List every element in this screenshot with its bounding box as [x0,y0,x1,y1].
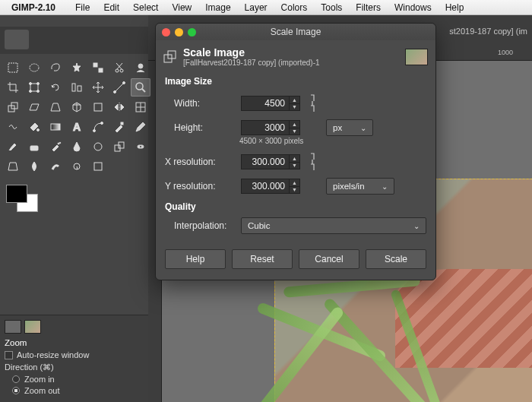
tool-ink[interactable] [67,138,87,156]
tool-paintbrush[interactable] [3,138,23,156]
tool-fuzzy-select[interactable] [67,59,87,77]
spinner-down-icon[interactable]: ▼ [290,187,299,194]
tool-options-tabs[interactable] [5,318,144,335]
tool-paths[interactable] [88,118,108,136]
menu-image[interactable]: Image [198,2,237,13]
chevron-down-icon: ⌄ [382,182,388,191]
width-spinner[interactable]: ▲▼ [290,96,300,111]
tool-foreground-select[interactable] [131,59,150,77]
yres-spinner[interactable]: ▲▼ [290,179,300,194]
menubar-app-name: GIMP-2.10 [5,2,62,13]
image-thumbnail [405,49,428,65]
yres-input[interactable] [241,179,290,194]
width-input[interactable] [241,96,290,111]
spinner-up-icon[interactable]: ▲ [290,121,299,128]
menu-windows[interactable]: Windows [388,2,439,13]
tool-perspective-clone[interactable] [3,157,23,176]
tool-by-color-select[interactable] [88,59,108,77]
tool-move[interactable] [88,78,108,97]
tool-handle-transform[interactable] [88,98,108,116]
interpolation-dropdown[interactable]: Cubic ⌄ [241,217,426,234]
tool-eraser[interactable] [24,138,44,156]
svg-point-9 [37,83,40,85]
workspace: st2019-187 copy] (im 1000 [0,15,532,402]
menu-edit[interactable]: Edit [97,2,126,13]
tool-airbrush[interactable] [46,138,65,156]
tool-3d-transform[interactable] [67,98,87,116]
tool-perspective[interactable] [46,98,65,116]
menu-view[interactable]: View [165,2,198,13]
tool-rotate[interactable] [46,78,65,97]
dialog-titlebar[interactable]: Scale Image [156,24,435,40]
auto-resize-checkbox[interactable]: Auto-resize window [5,350,144,359]
spinner-up-icon[interactable]: ▲ [290,179,299,187]
menu-help[interactable]: Help [439,2,471,13]
yres-label: Y resolution: [165,181,235,192]
tool-shear[interactable] [24,98,44,116]
svg-point-10 [30,90,32,93]
tool-bucket-fill[interactable] [24,118,44,136]
menu-file[interactable]: File [68,2,97,13]
reset-button[interactable]: Reset [232,249,293,269]
tool-pencil[interactable] [131,118,150,136]
tool-warp[interactable] [3,118,23,136]
xres-input[interactable] [241,154,290,169]
tool-scale[interactable] [3,98,23,116]
tool-mypaint-brush[interactable] [88,138,108,156]
height-spinner[interactable]: ▲▼ [290,120,300,135]
size-unit-dropdown[interactable]: px ⌄ [326,119,373,136]
menu-filters[interactable]: Filters [349,2,388,13]
svg-rect-7 [30,84,38,91]
scale-button[interactable]: Scale [366,249,426,269]
tool-align[interactable] [67,78,87,97]
tool-blur[interactable] [24,157,44,176]
tool-gegl[interactable] [88,157,108,176]
spinner-down-icon[interactable]: ▼ [290,163,299,169]
toolbox-grid: A [0,54,148,180]
tool-dodge-burn[interactable] [67,157,87,176]
svg-point-8 [30,83,32,85]
tool-text[interactable]: A [67,118,87,136]
toolbox-tabbar[interactable] [0,27,148,54]
spinner-up-icon[interactable]: ▲ [290,97,299,104]
tool-crop[interactable] [3,78,23,97]
svg-text:A: A [73,121,81,133]
spinner-down-icon[interactable]: ▼ [290,128,299,135]
tool-measure[interactable] [109,78,129,97]
tool-free-select[interactable] [46,59,65,77]
tool-scissors-select[interactable] [109,59,129,77]
menu-layer[interactable]: Layer [238,2,274,13]
tool-ellipse-select[interactable] [24,59,44,77]
spinner-down-icon[interactable]: ▼ [290,104,299,111]
menu-select[interactable]: Select [126,2,165,13]
fg-color-swatch[interactable] [6,185,27,203]
zoom-in-radio[interactable]: Zoom in [5,375,144,384]
tool-heal[interactable] [131,138,150,156]
radio-icon [12,375,20,383]
tool-smudge[interactable] [46,157,65,176]
tool-cage[interactable] [131,98,150,116]
tool-zoom[interactable] [131,78,150,97]
cancel-button[interactable]: Cancel [299,249,359,269]
tool-flip[interactable] [109,98,129,116]
help-button[interactable]: Help [165,249,226,269]
tool-gradient[interactable] [46,118,65,136]
pixel-dimensions-note: 4500 × 3000 pixels [156,137,435,145]
menu-tools[interactable]: Tools [314,2,349,13]
color-swatches[interactable] [6,185,40,215]
tool-clone[interactable] [109,138,129,156]
tool-color-picker[interactable] [109,118,129,136]
xres-spinner[interactable]: ▲▼ [290,154,300,169]
size-link-chain[interactable] [306,92,320,115]
tool-rect-select[interactable] [3,59,23,77]
spinner-up-icon[interactable]: ▲ [290,155,299,163]
svg-point-6 [138,64,143,68]
tool-unified-transform[interactable] [24,78,44,97]
height-input[interactable] [241,120,290,135]
menu-colors[interactable]: Colors [274,2,315,13]
resolution-unit-value: pixels/in [333,182,365,191]
resolution-link-chain[interactable] [306,150,320,173]
zoom-out-radio[interactable]: Zoom out [5,386,144,395]
resolution-unit-dropdown[interactable]: pixels/in ⌄ [326,178,394,195]
xres-label: X resolution: [165,157,235,167]
